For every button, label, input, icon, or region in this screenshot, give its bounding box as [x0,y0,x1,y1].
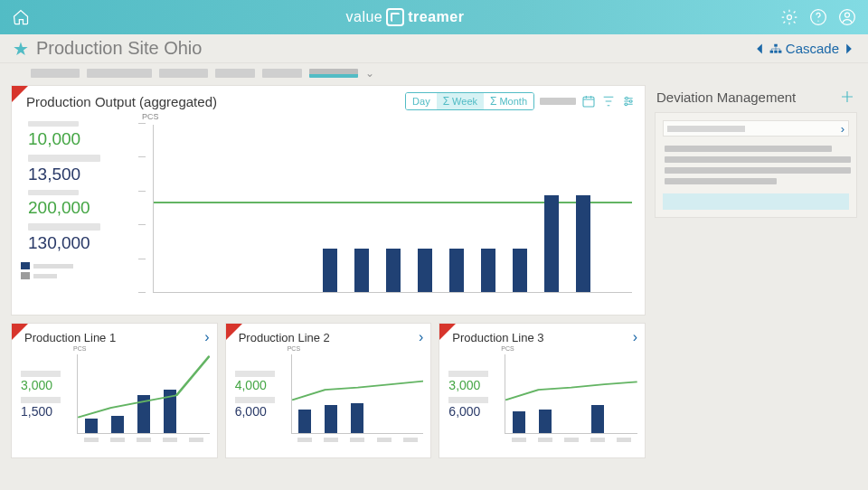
deviation-row[interactable]: › [663,120,849,137]
tab-5[interactable] [262,69,302,78]
trend-line [78,354,210,433]
bar [449,249,464,292]
small-stat-1: 4,000 [231,378,284,395]
stat-2: 13,500 [21,164,142,188]
chevron-right-icon[interactable]: › [841,122,844,136]
line-card-2: Production Line 2 › 4,000 6,000 PCS [225,323,432,458]
chevron-left-icon[interactable] [753,42,766,55]
chevron-right-icon[interactable]: › [633,329,637,345]
bar [323,249,337,292]
svg-rect-7 [774,50,778,52]
small-stats: 4,000 6,000 [231,347,284,443]
small-stat-2: 6,000 [445,404,497,421]
breadcrumb: ★ Production Site Ohio [13,38,202,60]
bar [418,249,432,292]
calendar-icon[interactable] [581,94,596,108]
main-card-title: Production Output (aggregated) [26,94,217,109]
svg-point-4 [844,13,849,17]
home-icon[interactable] [11,7,31,27]
page-title: Production Site Ohio [36,38,202,59]
small-stat-1: 3,000 [17,378,70,395]
small-stats: 3,000 1,500 [17,347,70,443]
main-output-card: Production Output (aggregated) Day ΣWeek… [11,85,646,316]
plot-area [153,125,632,293]
bar [354,249,369,292]
timerange-week[interactable]: ΣWeek [437,93,484,109]
plus-icon[interactable] [839,89,855,105]
hierarchy-icon [769,42,782,55]
main-stats: 10,000 13,500 200,000 130,000 [21,114,142,304]
svg-rect-8 [778,50,782,52]
deviation-title: Deviation Management [656,90,796,105]
tab-6-active[interactable] [309,69,358,78]
small-stat-1: 3,000 [445,378,497,395]
alert-flag-icon [226,324,242,340]
main-chart: PCS [142,114,636,304]
deviation-card[interactable]: › [655,112,857,218]
small-stats: 3,000 6,000 [445,347,497,443]
small-title: Production Line 1 [24,331,116,344]
bar [513,249,527,292]
chevron-right-icon[interactable] [843,42,855,55]
trend-line [505,354,637,433]
bar [481,249,495,292]
stat-1: 10,000 [21,128,142,153]
brand-left: value [346,9,383,25]
svg-rect-9 [583,97,594,107]
deviation-highlight [663,193,849,210]
bar [544,195,559,292]
small-chart: PCS [70,347,212,443]
bar [576,195,590,292]
stat-4: 130,000 [21,232,142,257]
app-header: value treamer [0,0,868,34]
svg-point-2 [817,21,818,22]
brand-mark-icon [386,8,404,26]
help-icon[interactable] [808,7,828,27]
small-title: Production Line 2 [239,331,330,344]
settings-sliders-icon[interactable] [621,94,636,108]
small-chart: PCS [284,347,426,443]
small-stat-2: 1,500 [17,404,70,421]
line-card-3: Production Line 3 › 3,000 6,000 PCS [439,323,646,458]
cascade-label: Cascade [786,41,839,56]
bar [386,249,401,292]
alert-flag-icon [12,324,28,340]
deviation-header: Deviation Management [655,85,857,108]
line-card-1: Production Line 1 › 3,000 1,500 PCS [11,323,218,458]
star-icon[interactable]: ★ [13,38,29,60]
alert-flag-icon [12,86,28,102]
svg-point-11 [629,100,632,103]
chevron-right-icon[interactable]: › [204,329,209,345]
gear-icon[interactable] [779,7,799,27]
svg-rect-6 [769,50,773,52]
tab-3[interactable] [159,69,208,78]
trend-line [292,354,424,433]
chevron-down-icon[interactable]: ⌄ [365,67,374,80]
svg-point-0 [787,15,791,20]
cascade-nav[interactable]: Cascade [753,41,855,56]
small-chart: PCS [497,347,639,443]
timerange-day[interactable]: Day [406,93,437,109]
brand-right: treamer [408,9,464,25]
svg-rect-5 [774,43,778,46]
chevron-right-icon[interactable]: › [419,329,423,345]
legend [21,262,142,279]
filter-icon[interactable] [601,94,616,108]
tab-2[interactable] [87,69,152,78]
timerange-segment: Day ΣWeek ΣMonth [405,92,534,110]
small-title: Production Line 3 [452,331,543,344]
sub-header: ★ Production Site Ohio Cascade [0,34,868,63]
small-stat-2: 6,000 [231,404,284,421]
svg-point-12 [625,103,627,106]
svg-point-10 [626,97,628,99]
period-label-placeholder [540,98,576,105]
app-logo: value treamer [346,8,465,26]
tab-4[interactable] [215,69,255,78]
tab-bar: ⌄ [0,63,868,81]
alert-flag-icon [439,324,456,340]
ylabel: PCS [142,112,159,121]
user-icon[interactable] [837,7,857,27]
timerange-month[interactable]: ΣMonth [484,93,533,109]
tab-1[interactable] [31,69,80,78]
stat-3: 200,000 [21,197,142,221]
